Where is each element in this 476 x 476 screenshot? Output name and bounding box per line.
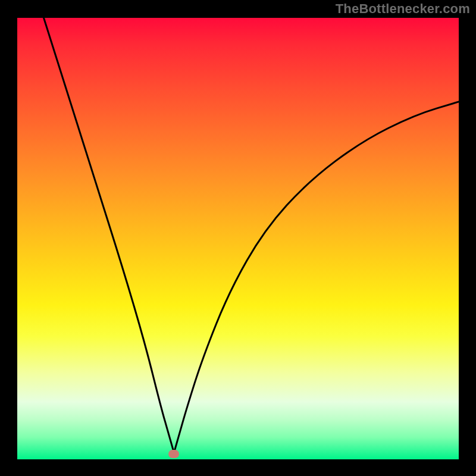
plot-area	[17, 18, 459, 459]
curve-path	[44, 18, 459, 453]
bottleneck-curve	[17, 18, 459, 459]
attribution-text: TheBottlenecker.com	[336, 1, 470, 17]
optimal-point-marker	[168, 450, 179, 458]
chart-frame: TheBottlenecker.com	[0, 0, 476, 476]
